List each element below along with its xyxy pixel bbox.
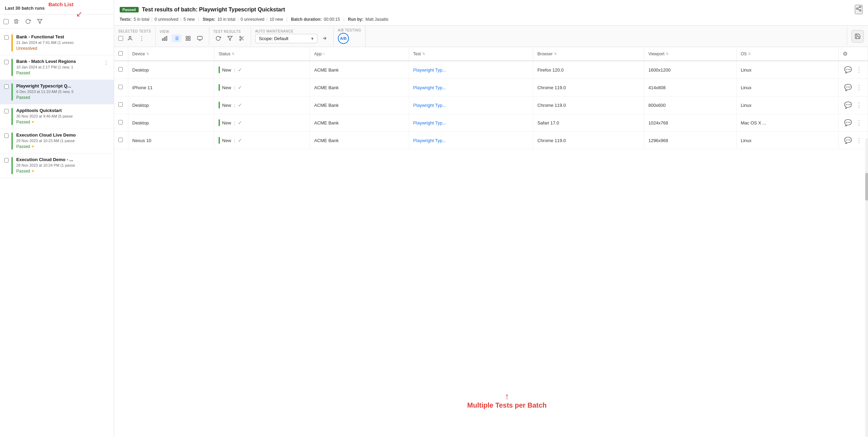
item-checkbox[interactable] [4, 84, 9, 89]
row-status[interactable]: New | ✓ [214, 96, 310, 114]
ab-testing-button[interactable]: A/B [338, 33, 349, 44]
th-test[interactable]: Test ⇅ [409, 47, 533, 61]
item-checkbox[interactable] [4, 109, 9, 113]
list-view-button[interactable] [172, 34, 181, 43]
list-item[interactable]: Bank - Match Level Regions 10 Jan 2024 a… [0, 55, 114, 80]
more-options-button[interactable]: ⋮ [137, 34, 147, 43]
row-checkbox[interactable] [118, 102, 123, 107]
refresh-button[interactable] [24, 17, 32, 26]
select-all-tests-checkbox[interactable] [118, 36, 123, 41]
checkmark-icon[interactable]: ✓ [238, 67, 242, 73]
bar-chart-view-button[interactable] [160, 34, 169, 43]
row-more-button[interactable]: ⋮ [855, 118, 864, 127]
row-test[interactable]: Playwright Typ... [409, 79, 533, 96]
row-os: Linux [736, 79, 838, 96]
chevron-down-icon: ▾ [311, 36, 314, 41]
checkmark-icon[interactable]: ✓ [238, 120, 242, 125]
list-item[interactable]: Execution Cloud Live Demo 29 Nov 2023 at… [0, 129, 114, 154]
status-indicator [11, 157, 13, 174]
row-browser: Safari 17.0 [533, 114, 644, 132]
add-user-button[interactable] [125, 34, 135, 43]
filter-results-button[interactable] [225, 34, 235, 43]
row-more-button[interactable]: ⋮ [855, 136, 864, 145]
delete-button[interactable] [12, 17, 20, 26]
filter-button[interactable] [36, 17, 44, 26]
row-more-button[interactable]: ⋮ [855, 101, 864, 110]
row-checkbox[interactable] [118, 120, 123, 124]
list-item[interactable]: Bank - Functional Test 21 Jan 2024 at 7:… [0, 31, 114, 55]
tests-label: Tests: [120, 17, 131, 22]
status-text: New [222, 67, 231, 73]
row-viewport: 1024x768 [644, 114, 736, 132]
table-row[interactable]: Desktop New | ✓ ACME Bank Playwright Typ… [114, 114, 868, 132]
th-viewport[interactable]: Viewport ⇅ [644, 47, 736, 61]
table-row[interactable]: Desktop New | ✓ ACME Bank Playwright Typ… [114, 96, 868, 114]
annotation-multiple-tests: ↑ Multiple Tests per Batch [467, 392, 547, 409]
list-item[interactable]: Playwright Typescript Q... 6 Dec 2023 at… [0, 80, 114, 104]
status-indicator [11, 132, 13, 150]
row-test[interactable]: Playwright Typ... [409, 114, 533, 132]
row-test[interactable]: Playwright Typ... [409, 132, 533, 149]
status-bar [219, 66, 220, 73]
comment-button[interactable]: 💬 [843, 65, 853, 74]
th-device[interactable]: Device ⇅ [128, 47, 214, 61]
status-bar [219, 102, 220, 109]
item-checkbox[interactable] [4, 35, 9, 40]
row-checkbox[interactable] [118, 138, 123, 142]
item-menu-button[interactable]: ⋮ [102, 59, 110, 67]
toolbar-save [847, 27, 868, 45]
comment-button[interactable]: 💬 [843, 118, 853, 127]
row-test[interactable]: Playwright Typ... [409, 96, 533, 114]
batch-list: Bank - Functional Test 21 Jan 2024 at 7:… [0, 29, 114, 437]
refresh-results-button[interactable] [213, 34, 223, 43]
gallery-view-button[interactable] [195, 34, 205, 43]
column-settings-button[interactable]: ⚙ [843, 50, 848, 57]
list-item[interactable]: Applitools Quickstart 30 Nov 2023 at 9:4… [0, 104, 114, 129]
checkmark-icon[interactable]: ✓ [238, 85, 242, 90]
steps-new: 10 new [270, 17, 283, 22]
save-button[interactable] [851, 30, 864, 43]
item-checkbox[interactable] [4, 60, 9, 64]
list-item[interactable]: Execution Cloud Demo - ... 28 Nov 2023 a… [0, 154, 114, 178]
row-checkbox[interactable] [118, 67, 123, 72]
row-device: Desktop [128, 61, 214, 79]
select-all-checkbox[interactable] [3, 19, 9, 24]
svg-rect-9 [162, 39, 163, 40]
table-row[interactable]: Nexus 10 New | ✓ ACME Bank Playwright Ty… [114, 132, 868, 149]
share-button[interactable] [855, 5, 862, 14]
item-date: 10 Jan 2024 at 2:17 PM (1 new, 1 [16, 65, 102, 69]
th-status[interactable]: Status ⇅ [214, 47, 310, 61]
th-os[interactable]: OS ⇅ [736, 47, 838, 61]
row-test[interactable]: Playwright Typ... [409, 61, 533, 79]
main-toolbar: SELECTED TESTS ⋮ VIEW [114, 26, 868, 47]
row-browser: Chrome 119.0 [533, 79, 644, 96]
th-app[interactable]: App ↑ [310, 47, 409, 61]
scope-dropdown[interactable]: Scope: Default ▾ [255, 34, 317, 43]
row-status[interactable]: New | ✓ [214, 132, 310, 149]
select-all-rows-checkbox[interactable] [118, 51, 123, 56]
forward-button[interactable] [320, 34, 329, 43]
th-browser[interactable]: Browser ⇅ [533, 47, 644, 61]
item-checkbox[interactable] [4, 158, 9, 162]
checkmark-icon[interactable]: ✓ [238, 138, 242, 143]
comment-button[interactable]: 💬 [843, 101, 853, 110]
table-row[interactable]: iPhone 11 New | ✓ ACME Bank Playwright T… [114, 79, 868, 96]
checkmark-icon[interactable]: ✓ [238, 102, 242, 108]
run-by-label: Run by: [348, 17, 363, 22]
comment-button[interactable]: 💬 [843, 83, 853, 92]
table-row[interactable]: Desktop New | ✓ ACME Bank Playwright Typ… [114, 61, 868, 79]
ab-testing-label: A/B TESTING [338, 28, 361, 32]
item-date: 6 Dec 2023 at 11:10 AM (5 new, 5 [16, 90, 110, 94]
row-checkbox[interactable] [118, 85, 123, 89]
comment-button[interactable]: 💬 [843, 136, 853, 145]
item-checkbox[interactable] [4, 133, 9, 138]
grid-view-button[interactable] [183, 34, 193, 43]
row-more-button[interactable]: ⋮ [855, 83, 864, 92]
sidebar: Last 30 batch runs Batch List ↙ Bank - F… [0, 0, 114, 437]
row-more-button[interactable]: ⋮ [855, 65, 864, 74]
row-status[interactable]: New | ✓ [214, 61, 310, 79]
scissors-button[interactable] [237, 34, 247, 43]
row-status[interactable]: New | ✓ [214, 79, 310, 96]
row-status[interactable]: New | ✓ [214, 114, 310, 132]
status-indicator [11, 83, 13, 101]
